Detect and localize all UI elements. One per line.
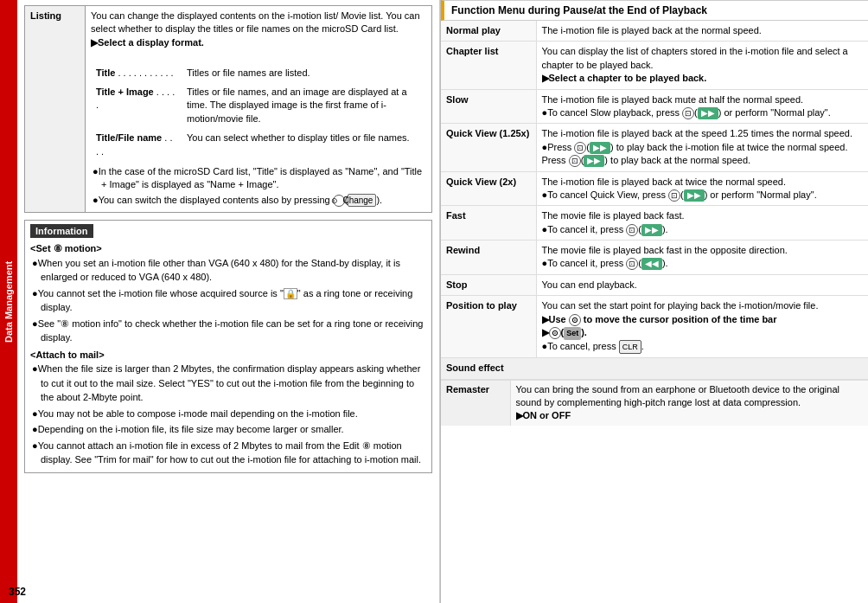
- attach-mail-header: <Attach to mail>: [30, 348, 426, 362]
- remaster-cell: Remaster You can bring the sound from an…: [441, 379, 868, 426]
- title-image-desc: Titles or file names, and an image are d…: [182, 83, 426, 129]
- quick-view-2x-label: Quick View (2x): [441, 171, 536, 206]
- listing-table: Listing You can change the displayed con…: [24, 5, 432, 213]
- info-item-5: ●You may not be able to compose i-mode m…: [30, 407, 426, 421]
- func-row-sound-effect-header: Sound effect: [441, 358, 868, 379]
- func-row-stop: Stop You can end playback.: [441, 274, 868, 295]
- sidebar-tab: Data Management: [0, 0, 17, 603]
- change-key: Change: [348, 194, 376, 207]
- listing-row-title-filename: Title/File name . . . . You can select w…: [91, 129, 426, 162]
- func-table: Normal play The i-motion file is played …: [441, 21, 868, 426]
- position-action1: ▶Use ⊙ to move the cursor position of th…: [542, 314, 777, 324]
- info-header: Information: [30, 224, 93, 238]
- func-menu-header: Function Menu during Pause/at the End of…: [441, 0, 868, 21]
- func-row-fast: Fast The movie file is played back fast.…: [441, 206, 868, 241]
- func-row-remaster: Remaster You can bring the sound from an…: [441, 379, 868, 426]
- position-label: Position to play: [441, 296, 536, 358]
- func-row-chapter-list: Chapter list You can display the list of…: [441, 42, 868, 89]
- listing-note1: ●In the case of the microSD Card list, "…: [91, 165, 426, 192]
- quick-view-125-note: ●Press ⊡(▶▶) to play back the i-motion f…: [542, 142, 848, 165]
- qv2x-btn: ▶▶: [684, 189, 705, 202]
- info-box: Information <Set ⑧ motion> ●When you set…: [24, 220, 432, 473]
- rewind-label: Rewind: [441, 241, 536, 275]
- slow-note: ●To cancel Slow playback, press ⊡(▶▶) or…: [542, 107, 831, 118]
- qv125-btn1: ▶▶: [590, 142, 610, 154]
- stop-desc: You can end playback.: [536, 274, 868, 295]
- info-item-7: ●You cannot attach an i-motion file in e…: [30, 439, 426, 467]
- info-content: <Set ⑧ motion> ●When you set an i-motion…: [30, 241, 426, 467]
- fast-btn: ▶▶: [641, 224, 662, 236]
- normal-play-label: Normal play: [441, 21, 536, 42]
- stop-label: Stop: [441, 274, 536, 295]
- listing-row-title-image: Title + Image . . . . . Titles or file n…: [91, 83, 426, 129]
- remaster-row: Remaster You can bring the sound from an…: [441, 380, 868, 426]
- title-label: Title . . . . . . . . . . .: [91, 63, 182, 83]
- slow-desc: The i-motion file is played back mute at…: [536, 89, 868, 124]
- info-item-4: ●When the file size is larger than 2 Mby…: [30, 362, 426, 405]
- remaster-desc: You can bring the sound from an earphone…: [510, 380, 868, 426]
- remaster-action: ▶ON or OFF: [516, 410, 571, 420]
- normal-play-desc: The i-motion file is played back at the …: [536, 21, 868, 42]
- position-clr-btn: CLR: [619, 340, 641, 355]
- chapter-list-action: ▶Select a chapter to be played back.: [542, 73, 707, 83]
- listing-row-title: Title . . . . . . . . . . . Titles or fi…: [91, 63, 426, 83]
- listing-rows: Title . . . . . . . . . . . Titles or fi…: [91, 63, 426, 162]
- listing-content: You can change the displayed contents on…: [86, 6, 432, 213]
- remaster-label: Remaster: [441, 380, 510, 426]
- title-filename-label: Title/File name . . . .: [91, 129, 182, 162]
- chapter-list-label: Chapter list: [441, 42, 536, 89]
- func-row-quick-view-125: Quick View (1.25x) The i-motion file is …: [441, 124, 868, 171]
- remaster-table: Remaster You can bring the sound from an…: [441, 380, 868, 426]
- sound-effect-label: Sound effect: [441, 358, 868, 379]
- left-column: Listing You can change the displayed con…: [17, 0, 440, 603]
- func-row-quick-view-2x: Quick View (2x) The i-motion file is pla…: [441, 171, 868, 206]
- rewind-note: ●To cancel it, press ⊡(◀◀).: [542, 258, 668, 268]
- main-content: Data Management Listing You can change t…: [0, 0, 868, 603]
- title-filename-desc: You can select whether to display titles…: [182, 129, 426, 162]
- func-row-rewind: Rewind The movie file is played back fas…: [441, 241, 868, 275]
- fast-desc: The movie file is played back fast. ●To …: [536, 206, 868, 241]
- page-wrapper: Data Management Listing You can change t…: [0, 0, 868, 603]
- info-item-2: ●You cannot set the i-motion file whose …: [30, 286, 426, 315]
- fast-label: Fast: [441, 206, 536, 241]
- info-item-6: ●Depending on the i-motion file, its fil…: [30, 422, 426, 437]
- title-desc: Titles or file names are listed.: [182, 63, 426, 83]
- slow-cancel-key: ⊡: [682, 107, 694, 119]
- right-column: Function Menu during Pause/at the End of…: [441, 0, 868, 603]
- position-desc: You can set the start point for playing …: [536, 296, 868, 358]
- quick-view-2x-desc: The i-motion file is played back at twic…: [536, 171, 868, 206]
- qv125-key2: ⊡: [569, 155, 581, 167]
- info-item-1: ●When you set an i-motion file other tha…: [30, 256, 426, 285]
- qv125-key1: ⊡: [574, 142, 586, 154]
- rewind-btn: ◀◀: [641, 258, 662, 270]
- func-row-normal-play: Normal play The i-motion file is played …: [441, 21, 868, 42]
- qv2x-key: ⊡: [668, 189, 680, 202]
- position-set-btn: Set: [564, 327, 581, 340]
- listing-note2: ●You can switch the displayed contents a…: [91, 194, 426, 207]
- rewind-desc: The movie file is played back fast in th…: [536, 241, 868, 275]
- func-row-position: Position to play You can set the start p…: [441, 296, 868, 358]
- fast-note: ●To cancel it, press ⊡(▶▶).: [542, 224, 668, 234]
- info-item-3: ●See "⑧ motion info" to check whether th…: [30, 317, 426, 345]
- func-row-slow: Slow The i-motion file is played back mu…: [441, 89, 868, 124]
- title-image-label: Title + Image . . . . .: [91, 83, 182, 129]
- position-action2: ▶⊙(Set).: [542, 327, 587, 337]
- chapter-list-desc: You can display the list of chapters sto…: [536, 42, 868, 89]
- position-set-key: ⊙: [549, 327, 561, 339]
- slow-play-btn: ▶▶: [698, 107, 718, 119]
- quick-view-125-label: Quick View (1.25x): [441, 124, 536, 171]
- fast-key: ⊡: [626, 224, 638, 236]
- listing-header: Listing: [25, 6, 86, 213]
- page-number: 352: [9, 586, 26, 598]
- slow-label: Slow: [441, 89, 536, 124]
- listing-action: ▶Select a display format.: [91, 36, 204, 49]
- quick-view-2x-note: ●To cancel Quick View, press ⊡(▶▶) or pe…: [542, 189, 817, 200]
- quick-view-125-desc: The i-motion file is played back at the …: [536, 124, 868, 171]
- position-cursor-key: ⊙: [569, 314, 581, 326]
- qv125-btn2: ▶▶: [584, 155, 604, 167]
- listing-intro: You can change the displayed contents on…: [91, 10, 420, 34]
- rewind-key: ⊡: [626, 258, 638, 270]
- set-motion-header: <Set ⑧ motion>: [30, 241, 426, 256]
- position-note: ●To cancel, press CLR.: [542, 341, 644, 351]
